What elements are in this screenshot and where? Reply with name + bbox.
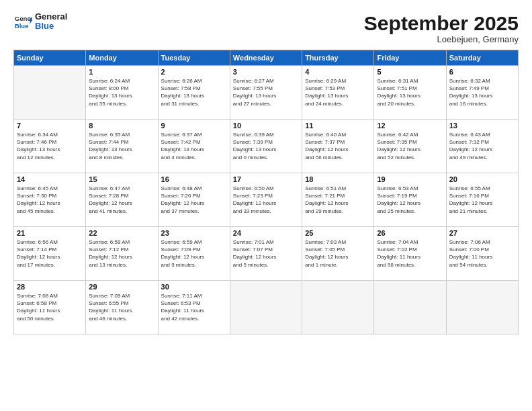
day-info: Sunrise: 6:43 AM Sunset: 7:32 PM Dayligh… xyxy=(449,131,515,161)
day-number: 4 xyxy=(305,68,371,76)
day-cell: 5Sunrise: 6:31 AM Sunset: 7:51 PM Daylig… xyxy=(374,66,446,120)
day-number: 6 xyxy=(449,68,515,76)
day-cell: 9Sunrise: 6:37 AM Sunset: 7:42 PM Daylig… xyxy=(158,120,230,173)
week-row-0: 1Sunrise: 6:24 AM Sunset: 8:00 PM Daylig… xyxy=(14,66,519,120)
day-cell: 17Sunrise: 6:50 AM Sunset: 7:23 PM Dayli… xyxy=(230,173,302,227)
day-number: 19 xyxy=(377,175,443,183)
day-header-wednesday: Wednesday xyxy=(230,50,302,66)
day-number: 9 xyxy=(161,122,227,130)
day-info: Sunrise: 6:47 AM Sunset: 7:28 PM Dayligh… xyxy=(89,185,154,215)
day-info: Sunrise: 6:35 AM Sunset: 7:44 PM Dayligh… xyxy=(89,131,154,161)
day-info: Sunrise: 6:48 AM Sunset: 7:26 PM Dayligh… xyxy=(161,185,227,215)
day-info: Sunrise: 6:42 AM Sunset: 7:35 PM Dayligh… xyxy=(377,131,443,161)
day-info: Sunrise: 6:55 AM Sunset: 7:16 PM Dayligh… xyxy=(449,185,515,215)
day-header-sunday: Sunday xyxy=(14,50,86,66)
day-cell: 27Sunrise: 7:06 AM Sunset: 7:00 PM Dayli… xyxy=(446,227,518,281)
day-info: Sunrise: 6:31 AM Sunset: 7:51 PM Dayligh… xyxy=(377,77,443,107)
day-header-saturday: Saturday xyxy=(446,50,518,66)
day-header-tuesday: Tuesday xyxy=(158,50,230,66)
day-cell: 19Sunrise: 6:53 AM Sunset: 7:19 PM Dayli… xyxy=(374,173,446,227)
day-number: 20 xyxy=(449,175,515,183)
day-cell: 30Sunrise: 7:11 AM Sunset: 6:53 PM Dayli… xyxy=(158,281,230,334)
week-row-3: 21Sunrise: 6:56 AM Sunset: 7:14 PM Dayli… xyxy=(14,227,519,281)
location: Loebejuen, Germany xyxy=(364,34,519,44)
day-number: 1 xyxy=(89,68,154,76)
day-cell: 20Sunrise: 6:55 AM Sunset: 7:16 PM Dayli… xyxy=(446,173,518,227)
week-row-2: 14Sunrise: 6:45 AM Sunset: 7:30 PM Dayli… xyxy=(14,173,519,227)
day-cell xyxy=(374,281,446,334)
day-info: Sunrise: 6:26 AM Sunset: 7:58 PM Dayligh… xyxy=(161,77,227,107)
day-header-thursday: Thursday xyxy=(302,50,374,66)
day-number: 5 xyxy=(377,68,443,76)
day-info: Sunrise: 6:29 AM Sunset: 7:53 PM Dayligh… xyxy=(305,77,371,107)
day-info: Sunrise: 6:39 AM Sunset: 7:39 PM Dayligh… xyxy=(233,131,299,161)
day-info: Sunrise: 6:27 AM Sunset: 7:55 PM Dayligh… xyxy=(233,77,299,107)
day-cell: 11Sunrise: 6:40 AM Sunset: 7:37 PM Dayli… xyxy=(302,120,374,173)
day-info: Sunrise: 6:59 AM Sunset: 7:09 PM Dayligh… xyxy=(161,238,227,269)
day-info: Sunrise: 7:01 AM Sunset: 7:07 PM Dayligh… xyxy=(233,238,299,269)
day-info: Sunrise: 6:51 AM Sunset: 7:21 PM Dayligh… xyxy=(305,185,371,215)
day-cell: 25Sunrise: 7:03 AM Sunset: 7:05 PM Dayli… xyxy=(302,227,374,281)
day-info: Sunrise: 6:50 AM Sunset: 7:23 PM Dayligh… xyxy=(233,185,299,215)
day-cell: 2Sunrise: 6:26 AM Sunset: 7:58 PM Daylig… xyxy=(158,66,230,120)
day-cell: 14Sunrise: 6:45 AM Sunset: 7:30 PM Dayli… xyxy=(14,173,86,227)
calendar-header-row: SundayMondayTuesdayWednesdayThursdayFrid… xyxy=(14,50,519,66)
week-row-4: 28Sunrise: 7:08 AM Sunset: 6:58 PM Dayli… xyxy=(14,281,519,334)
day-cell: 1Sunrise: 6:24 AM Sunset: 8:00 PM Daylig… xyxy=(86,66,158,120)
day-cell: 21Sunrise: 6:56 AM Sunset: 7:14 PM Dayli… xyxy=(14,227,86,281)
day-header-friday: Friday xyxy=(374,50,446,66)
day-cell: 22Sunrise: 6:58 AM Sunset: 7:12 PM Dayli… xyxy=(86,227,158,281)
day-info: Sunrise: 6:24 AM Sunset: 8:00 PM Dayligh… xyxy=(89,77,154,107)
header: General Blue General Blue September 2025… xyxy=(13,12,519,44)
day-cell: 12Sunrise: 6:42 AM Sunset: 7:35 PM Dayli… xyxy=(374,120,446,173)
day-number: 15 xyxy=(89,175,154,183)
day-number: 2 xyxy=(161,68,227,76)
day-number: 16 xyxy=(161,175,227,183)
day-number: 25 xyxy=(305,229,371,237)
logo-general: General xyxy=(35,12,67,21)
day-cell: 16Sunrise: 6:48 AM Sunset: 7:26 PM Dayli… xyxy=(158,173,230,227)
day-cell: 18Sunrise: 6:51 AM Sunset: 7:21 PM Dayli… xyxy=(302,173,374,227)
day-number: 29 xyxy=(89,283,154,291)
day-number: 8 xyxy=(89,122,154,130)
day-number: 22 xyxy=(89,229,154,237)
day-number: 27 xyxy=(449,229,515,237)
day-cell: 23Sunrise: 6:59 AM Sunset: 7:09 PM Dayli… xyxy=(158,227,230,281)
day-cell: 10Sunrise: 6:39 AM Sunset: 7:39 PM Dayli… xyxy=(230,120,302,173)
svg-text:General: General xyxy=(15,15,32,22)
day-info: Sunrise: 6:37 AM Sunset: 7:42 PM Dayligh… xyxy=(161,131,227,161)
day-cell: 15Sunrise: 6:47 AM Sunset: 7:28 PM Dayli… xyxy=(86,173,158,227)
day-info: Sunrise: 7:04 AM Sunset: 7:02 PM Dayligh… xyxy=(377,238,443,269)
day-cell: 13Sunrise: 6:43 AM Sunset: 7:32 PM Dayli… xyxy=(446,120,518,173)
day-number: 24 xyxy=(233,229,299,237)
day-cell: 4Sunrise: 6:29 AM Sunset: 7:53 PM Daylig… xyxy=(302,66,374,120)
month-title: September 2025 xyxy=(364,12,519,34)
day-info: Sunrise: 6:45 AM Sunset: 7:30 PM Dayligh… xyxy=(17,185,83,215)
day-info: Sunrise: 7:11 AM Sunset: 6:53 PM Dayligh… xyxy=(161,292,227,322)
day-cell: 8Sunrise: 6:35 AM Sunset: 7:44 PM Daylig… xyxy=(86,120,158,173)
day-info: Sunrise: 7:09 AM Sunset: 6:55 PM Dayligh… xyxy=(89,292,154,322)
day-cell xyxy=(230,281,302,334)
day-number: 23 xyxy=(161,229,227,237)
day-info: Sunrise: 6:40 AM Sunset: 7:37 PM Dayligh… xyxy=(305,131,371,161)
svg-text:Blue: Blue xyxy=(15,22,29,30)
day-cell xyxy=(446,281,518,334)
day-cell: 28Sunrise: 7:08 AM Sunset: 6:58 PM Dayli… xyxy=(14,281,86,334)
day-number: 13 xyxy=(449,122,515,130)
day-info: Sunrise: 6:56 AM Sunset: 7:14 PM Dayligh… xyxy=(17,238,83,269)
day-number: 18 xyxy=(305,175,371,183)
day-cell: 6Sunrise: 6:32 AM Sunset: 7:49 PM Daylig… xyxy=(446,66,518,120)
day-cell: 24Sunrise: 7:01 AM Sunset: 7:07 PM Dayli… xyxy=(230,227,302,281)
day-info: Sunrise: 6:32 AM Sunset: 7:49 PM Dayligh… xyxy=(449,77,515,107)
day-number: 14 xyxy=(17,175,83,183)
day-number: 10 xyxy=(233,122,299,130)
logo: General Blue General Blue xyxy=(13,12,67,32)
title-block: September 2025 Loebejuen, Germany xyxy=(364,12,519,44)
day-number: 26 xyxy=(377,229,443,237)
day-number: 3 xyxy=(233,68,299,76)
day-cell: 3Sunrise: 6:27 AM Sunset: 7:55 PM Daylig… xyxy=(230,66,302,120)
day-number: 11 xyxy=(305,122,371,130)
logo-blue: Blue xyxy=(35,21,67,31)
day-cell: 7Sunrise: 6:34 AM Sunset: 7:46 PM Daylig… xyxy=(14,120,86,173)
day-cell: 29Sunrise: 7:09 AM Sunset: 6:55 PM Dayli… xyxy=(86,281,158,334)
